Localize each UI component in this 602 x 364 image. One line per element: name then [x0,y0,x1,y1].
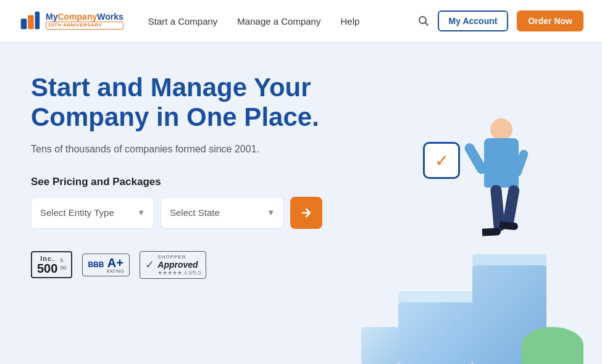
shopper-label: SHOPPER [157,254,201,260]
green-hill-decoration [522,327,583,364]
entity-chevron-icon: ▼ [137,208,145,217]
hero-section: Start and Manage Your Company in One Pla… [0,42,602,364]
person-foot-left [482,228,501,236]
hero-heading: Start and Manage Your Company in One Pla… [31,73,377,133]
checkbox-check-icon: ✓ [435,151,449,171]
person-body [484,138,519,188]
stair-step-3-top [398,291,472,302]
shopper-check-icon: ✓ [145,258,154,271]
pricing-form: Select Entity Type LLC Corporation Nonpr… [31,197,377,229]
svg-rect-2 [35,12,40,30]
pricing-label: See Pricing and Packages [31,176,377,188]
stair-step-3 [398,302,472,364]
person-figure [466,118,528,254]
logo-anniversary: 10TH ANNIVERSARY [46,22,123,30]
nav-start-company[interactable]: Start a Company [148,16,218,27]
hero-content: Start and Manage Your Company in One Pla… [31,73,377,345]
shopper-text-block: SHOPPER Approved ★★★★★ 4.9/5.0 [157,254,201,276]
bbb-rating-block: A+ RATING [106,257,124,273]
arrow-right-icon [299,206,313,220]
search-button[interactable] [418,15,429,27]
steps-illustration: ✓ [349,105,583,364]
person-foot-right [500,221,519,231]
site-header: MyCompanyWorks 10TH ANNIVERSARY Start a … [0,0,602,42]
shopper-stars: ★★★★★ 4.9/5.0 [157,270,201,276]
inc-subtext: 5 00 [60,257,66,271]
my-account-button[interactable]: My Account [438,10,509,31]
logo-brand-name: MyCompanyWorks [46,12,123,22]
inc-500-number: 500 [37,262,57,275]
nav-help[interactable]: Help [340,16,359,27]
bbb-rating-label: RATING [106,269,124,273]
main-nav: Start a Company Manage a Company Help [148,16,418,27]
svg-line-4 [425,23,428,26]
header-actions: My Account Order Now [418,10,583,31]
shopper-approved-badge: ✓ SHOPPER Approved ★★★★★ 4.9/5.0 [140,251,206,279]
bbb-aplus-rating: A+ [107,257,123,269]
svg-rect-0 [21,19,27,29]
hero-subtext: Tens of thousands of companies formed si… [31,144,377,155]
nav-manage-company[interactable]: Manage a Company [237,16,320,27]
inc500-badge: Inc. 500 5 00 [31,251,72,278]
hero-illustration: ✓ [343,42,602,364]
state-select[interactable]: Select State Alabama Alaska Arizona Cali… [170,207,262,218]
person-head [490,118,512,141]
logo-text: MyCompanyWorks 10TH ANNIVERSARY [46,12,123,30]
badges-row: Inc. 500 5 00 BBB A+ RATING ✓ [31,251,377,279]
stair-step-2-top [472,254,546,265]
order-now-button[interactable]: Order Now [517,10,583,31]
search-icon [418,15,429,27]
bbb-logo: BBB [88,260,104,269]
entity-type-select[interactable]: Select Entity Type LLC Corporation Nonpr… [40,207,132,218]
state-select-wrapper[interactable]: Select State Alabama Alaska Arizona Cali… [161,197,284,229]
checkbox-illustration: ✓ [423,142,460,179]
logo-icon [19,9,42,33]
svg-rect-1 [28,15,34,30]
person-leg-right [502,184,520,226]
entity-type-select-wrapper[interactable]: Select Entity Type LLC Corporation Nonpr… [31,197,154,229]
state-chevron-icon: ▼ [267,208,275,217]
bbb-badge: BBB A+ RATING [82,254,130,276]
shopper-approved-text: Approved [157,260,201,270]
go-button[interactable] [290,197,322,229]
logo[interactable]: MyCompanyWorks 10TH ANNIVERSARY [19,9,123,33]
